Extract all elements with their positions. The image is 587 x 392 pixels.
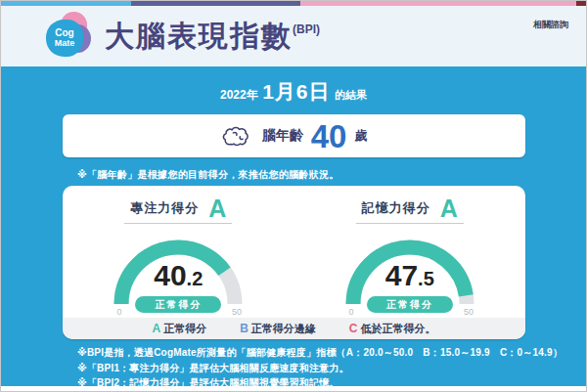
gauge-grade: A: [440, 196, 458, 220]
legend-label: 低於正常得分。: [361, 322, 436, 336]
legend-grade: B: [240, 322, 248, 335]
date-suffix: 的結果: [335, 89, 367, 101]
gauge-grade: A: [208, 196, 226, 220]
logo-blue-blob-icon: Cog Mate: [46, 20, 83, 57]
gauge-value: 40.2: [98, 259, 258, 292]
date-month-day: 1月6日: [262, 80, 330, 103]
logo-text-line1: Cog: [55, 28, 73, 38]
brain-age-note: ※「腦年齡」是根據您的目前得分，來推估您的腦齡狀況。: [77, 168, 566, 182]
normal-score-badge: 正常得分: [367, 296, 453, 313]
svg-text:0: 0: [348, 307, 353, 317]
brain-age-value: 40: [311, 120, 347, 152]
memory-gauge: 0 50 47.5 正常得分: [330, 226, 490, 318]
attention-score-section: 專注力得分 A 0 50 40.2 正常得分: [63, 186, 294, 318]
page-title: 大腦表現指數: [105, 20, 293, 53]
legend-label: 正常得分: [163, 322, 206, 336]
legend-item-b: B 正常得分邊緣: [240, 322, 316, 336]
svg-text:0: 0: [117, 307, 122, 317]
memory-score-section: 記憶力得分 A 0 50 47.5 正常得分: [294, 186, 526, 318]
attention-gauge: 0 50 40.2 正常得分: [98, 226, 258, 318]
gauge-title: 專注力得分: [130, 199, 199, 217]
legend-label: 正常得分邊緣: [251, 322, 316, 336]
brain-age-unit: 歲: [354, 127, 367, 145]
legend-grade: A: [152, 322, 160, 335]
date-year: 2022年: [220, 88, 258, 102]
logo-text-line2: Mate: [55, 38, 75, 48]
legend-grade: C: [349, 322, 358, 335]
normal-score-badge: 正常得分: [135, 296, 221, 313]
gauge-value: 47.5: [330, 259, 490, 292]
footnotes: ※BPI是指，透過CogMate所測量的「腦部健康程度」指標（A：20.0～50…: [77, 345, 566, 386]
legend-item-c: C 低於正常得分。: [349, 322, 436, 336]
legend-item-a: A 正常得分: [152, 322, 206, 336]
cogmate-logo: Cog Mate: [46, 12, 93, 61]
footnote-bpi1: ※「BPI1：專注力得分」是評估大腦相關反應速度和注意力。: [77, 361, 566, 376]
svg-text:50: 50: [464, 307, 474, 317]
related-inquiry-link[interactable]: 相關諮詢: [533, 19, 568, 31]
grade-legend: A 正常得分 B 正常得分邊緣 C 低於正常得分。: [63, 318, 525, 339]
result-date: 2022年 1月6日 的結果: [1, 78, 586, 106]
footnote-bpi2: ※「BPI2：記憶力得分」是評估大腦相關視覺學習和記憶。: [77, 375, 566, 386]
footnote-bpi: ※BPI是指，透過CogMate所測量的「腦部健康程度」指標（A：20.0～50…: [77, 345, 566, 361]
page-title-superscript: (BPI): [293, 22, 320, 36]
result-panel: 2022年 1月6日 的結果 腦年齡 40 歲 ※「腦年齡」是根據您的目前得分，…: [1, 66, 586, 386]
gauge-title: 記憶力得分: [362, 199, 430, 217]
svg-text:50: 50: [232, 307, 242, 317]
header: Cog Mate 大腦表現指數 (BPI) 相關諮詢: [1, 6, 586, 66]
brain-age-label: 腦年齡: [262, 127, 303, 145]
scores-card: 專注力得分 A 0 50 40.2 正常得分: [63, 186, 525, 339]
brain-icon: [221, 123, 254, 149]
brain-age-card: 腦年齡 40 歲: [63, 114, 525, 157]
report-page: Cog Mate 大腦表現指數 (BPI) 相關諮詢 2022年 1月6日 的結…: [0, 0, 587, 392]
